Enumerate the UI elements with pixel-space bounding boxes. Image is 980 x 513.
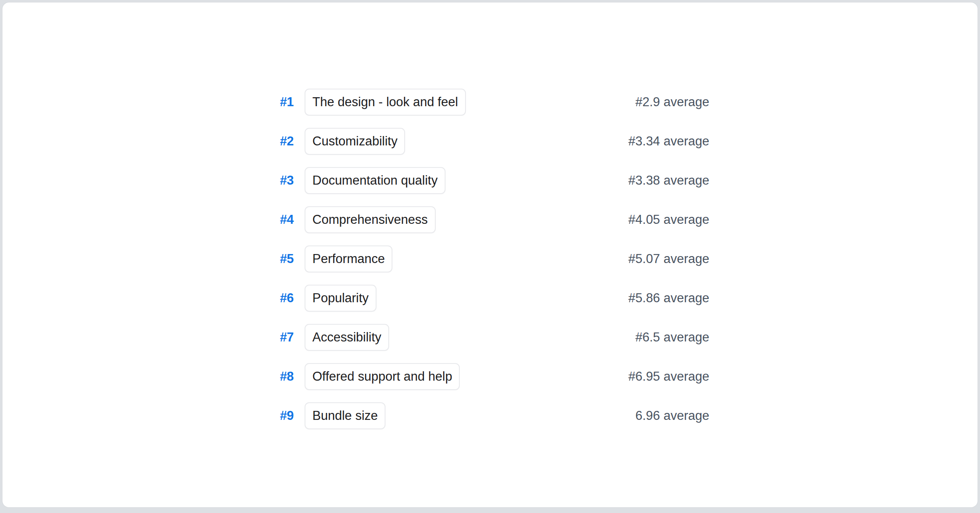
option-pill[interactable]: Accessibility: [305, 324, 389, 351]
average-score: #3.38 average: [628, 173, 709, 188]
average-score: #3.34 average: [628, 134, 709, 149]
rank-badge: #8: [276, 369, 294, 384]
average-score: #5.07 average: [628, 252, 709, 266]
rank-badge: #2: [276, 134, 294, 149]
average-score: #5.86 average: [628, 291, 709, 306]
results-card: #1 The design - look and feel #2.9 avera…: [2, 2, 978, 507]
average-score: #6.95 average: [628, 369, 709, 384]
average-score: #2.9 average: [635, 95, 709, 109]
option-pill[interactable]: Performance: [305, 245, 392, 272]
option-pill[interactable]: Offered support and help: [305, 363, 460, 390]
option-pill[interactable]: Bundle size: [305, 402, 385, 429]
option-pill[interactable]: Popularity: [305, 285, 376, 312]
ranking-row: #8 Offered support and help #6.95 averag…: [276, 357, 709, 396]
ranking-row: #6 Popularity #5.86 average: [276, 279, 709, 318]
ranking-row: #9 Bundle size 6.96 average: [276, 396, 709, 435]
average-score: #4.05 average: [628, 212, 709, 227]
rank-badge: #1: [276, 95, 294, 109]
ranking-row: #7 Accessibility #6.5 average: [276, 318, 709, 357]
ranking-list: #1 The design - look and feel #2.9 avera…: [276, 83, 709, 435]
ranking-row: #3 Documentation quality #3.38 average: [276, 161, 709, 200]
option-pill[interactable]: Comprehensiveness: [305, 206, 436, 233]
ranking-row: #4 Comprehensiveness #4.05 average: [276, 200, 709, 239]
rank-badge: #4: [276, 212, 294, 227]
ranking-row: #1 The design - look and feel #2.9 avera…: [276, 83, 709, 122]
rank-badge: #7: [276, 330, 294, 345]
average-score: #6.5 average: [635, 330, 709, 345]
ranking-row: #2 Customizability #3.34 average: [276, 122, 709, 161]
rank-badge: #5: [276, 252, 294, 266]
rank-badge: #6: [276, 291, 294, 306]
ranking-row: #5 Performance #5.07 average: [276, 239, 709, 279]
option-pill[interactable]: The design - look and feel: [305, 89, 466, 116]
option-pill[interactable]: Customizability: [305, 128, 405, 155]
rank-badge: #9: [276, 408, 294, 423]
option-pill[interactable]: Documentation quality: [305, 167, 445, 194]
average-score: 6.96 average: [635, 408, 709, 423]
rank-badge: #3: [276, 173, 294, 188]
